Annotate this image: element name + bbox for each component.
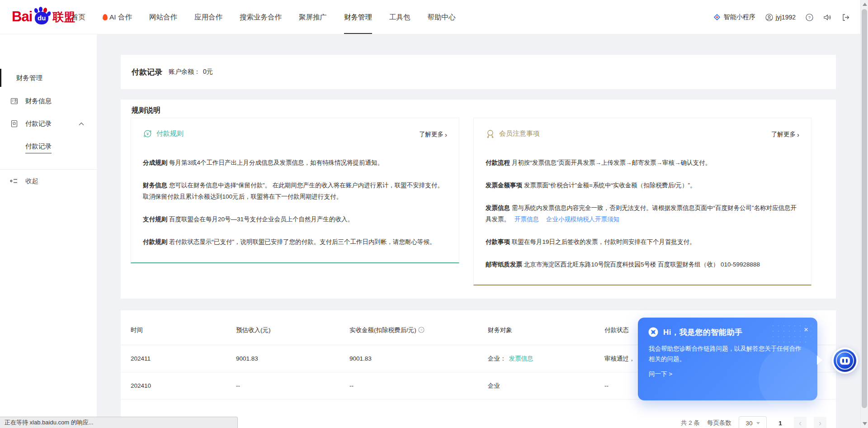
assistant-robot-button[interactable] — [832, 347, 858, 374]
nav-item-财务管理[interactable]: 财务管理 — [344, 0, 372, 34]
logout-button[interactable] — [842, 14, 850, 21]
balance-label: 账户余额： — [169, 68, 200, 76]
pagination: 共 2 条 每页条数 30 1 ‹ › — [681, 415, 826, 428]
prev-page-button[interactable]: ‹ — [794, 417, 807, 428]
nav-item-帮助中心[interactable]: 帮助中心 — [427, 0, 455, 34]
user-icon — [765, 14, 773, 21]
assistant-ask-link[interactable]: 问一下 > — [638, 364, 817, 378]
cell-time: 202410 — [131, 382, 236, 389]
nav-menu: 首页AI 合作网站合作应用合作搜索业务合作聚屏推广财务管理工具包帮助中心 — [71, 0, 455, 34]
sound-button[interactable] — [823, 14, 832, 21]
sidebar-item-label: 财务信息 — [25, 97, 52, 105]
close-icon[interactable]: × — [804, 326, 808, 333]
miniapp-entry[interactable]: 智能小程序 — [713, 13, 755, 21]
page-title: 付款记录 — [132, 67, 162, 77]
nav-item-AI 合作[interactable]: AI 合作 — [103, 0, 132, 34]
cell-entity: 企业 — [488, 382, 604, 390]
rule-item: 财务信息您可以在财务信息中选择“保留付款”。 在此期间您产生的收入将在账户内进行… — [143, 180, 447, 202]
rule-item-lead: 付款流程 — [486, 159, 510, 166]
per-page-label: 每页条数 — [707, 419, 731, 427]
payment-rules-more-link[interactable]: 了解更多 › — [419, 130, 447, 138]
payment-rules-card-header: ¥ 付款规则 — [143, 129, 184, 138]
table-column-header: 财务对象 — [488, 326, 604, 334]
rule-link-开票信息[interactable]: 开票信息 — [514, 216, 539, 223]
sidebar-item-payment-records[interactable]: 付款记录 — [0, 114, 97, 133]
sidebar-group-label: 财务管理 — [16, 74, 42, 82]
cell-time: 202411 — [131, 355, 236, 362]
nav-item-聚屏推广[interactable]: 聚屏推广 — [299, 0, 327, 34]
rule-item: 邮寄纸质发票北京市海淀区西北旺东路10号院百度科技园5号楼 百度联盟财务组（收）… — [486, 259, 799, 270]
column-label: 时间 — [131, 327, 143, 333]
member-notes-body: 付款流程月初按“发票信息”页面开具发票→上传发票→邮寄发票→审核→确认支付。发票… — [486, 157, 799, 270]
rule-item: 分成规则每月第3或4个工作日产出上月分成信息及发票信息，如有特殊情况将提前通知。 — [143, 157, 447, 168]
rule-item-lead: 付款事项 — [486, 238, 510, 245]
sidebar-subitem-label: 付款记录 — [25, 143, 52, 153]
total-count: 共 2 条 — [681, 419, 700, 427]
speaker-icon — [823, 14, 832, 21]
rules-section-title: 规则说明 — [132, 106, 160, 115]
finance-info-icon — [10, 97, 18, 105]
nav-item-label: 网站合作 — [149, 13, 177, 22]
rule-item-lead: 财务信息 — [143, 182, 167, 189]
nav-item-应用合作[interactable]: 应用合作 — [194, 0, 222, 34]
browser-status-bubble: 正在等待 xlab.baidu.com 的响应... — [0, 417, 238, 428]
table-column-header: 实收金额(扣除税费后/元)? — [349, 326, 488, 334]
table-column-header: 预估收入(元) — [236, 326, 349, 334]
more-label: 了解更多 — [419, 130, 443, 138]
nav-item-label: 聚屏推广 — [299, 13, 327, 22]
rule-link-企业小规模纳税人开票须知[interactable]: 企业小规模纳税人开票须知 — [546, 216, 619, 223]
invoice-info-link[interactable]: 发票信息 — [509, 355, 533, 362]
baidu-union-logo[interactable]: Bai du 联盟 — [12, 8, 75, 26]
help-circle-icon[interactable]: ? — [418, 327, 425, 333]
rule-item-lead: 分成规则 — [143, 159, 167, 166]
assistant-header: Hi，我是您的智能助手 × — [638, 318, 817, 338]
rule-item: 付款事项联盟在每月19日之后签收的发票，付款时间安排在下个月首批支付。 — [486, 236, 799, 247]
assistant-popup: Hi，我是您的智能助手 × 我会帮助您诊断合作链路问题，以及解答您关于任何合作相… — [638, 318, 817, 400]
sidebar-collapse-button[interactable]: 收起 — [0, 172, 97, 190]
column-label: 财务对象 — [488, 327, 512, 333]
baidu-paw-icon: du — [33, 8, 51, 26]
vertical-scrollbar[interactable] — [860, 0, 868, 428]
compass-icon — [648, 327, 659, 338]
rule-item: 发票信息需与系统内发票信息内容完全一致，否则无法支付。请根据发票信息页面中“百度… — [486, 202, 799, 225]
next-page-button[interactable]: › — [814, 417, 826, 428]
per-page-select[interactable]: 30 — [739, 416, 767, 428]
scroll-down-arrow-icon[interactable] — [863, 422, 867, 425]
member-notes-card-header: 会员注意事项 — [486, 129, 540, 138]
svg-text:¥: ¥ — [146, 132, 149, 136]
robot-face-icon — [840, 357, 850, 365]
member-notes-more-link[interactable]: 了解更多 › — [771, 130, 799, 138]
help-button[interactable]: ? — [806, 14, 813, 21]
sidebar-item-finance-info[interactable]: 财务信息 — [0, 92, 97, 110]
nav-item-工具包[interactable]: 工具包 — [389, 0, 410, 34]
cell-estimated: 9001.83 — [236, 355, 349, 362]
account-balance: 账户余额： 0元 — [169, 68, 213, 76]
payment-rules-body: 分成规则每月第3或4个工作日产出上月分成信息及发票信息，如有特殊情况将提前通知。… — [143, 157, 447, 247]
nav-item-首页[interactable]: 首页 — [71, 0, 85, 34]
sidebar-subitem-payment-records[interactable]: 付款记录 — [0, 137, 97, 155]
user-menu[interactable]: jyj1992 — [765, 14, 796, 21]
nav-item-label: 应用合作 — [194, 13, 222, 22]
rule-item: 支付规则百度联盟会在每月20号—31号支付企业会员上个自然月产生的收入。 — [143, 214, 447, 225]
svg-text:?: ? — [420, 328, 423, 332]
rule-item: 付款流程月初按“发票信息”页面开具发票→上传发票→邮寄发票→审核→确认支付。 — [486, 157, 799, 168]
chevron-down-icon — [756, 422, 760, 424]
nav-item-label: 首页 — [71, 13, 85, 22]
rule-item-lead: 邮寄纸质发票 — [486, 261, 522, 268]
sidebar-divider — [0, 169, 97, 170]
chevron-right-icon: › — [445, 131, 447, 138]
page-number-1[interactable]: 1 — [774, 417, 787, 428]
payment-records-icon — [10, 120, 18, 128]
nav-item-网站合作[interactable]: 网站合作 — [149, 0, 177, 34]
nav-item-label: 帮助中心 — [427, 13, 455, 22]
sidebar-group-finance-management[interactable]: 财务管理 — [0, 69, 97, 87]
scrollbar-thumb[interactable] — [862, 9, 867, 408]
scroll-up-arrow-icon[interactable] — [863, 3, 867, 6]
payment-rules-title: 付款规则 — [156, 129, 184, 138]
cell-estimated: -- — [236, 382, 349, 389]
nav-item-搜索业务合作[interactable]: 搜索业务合作 — [240, 0, 282, 34]
payment-records-overview-card: 付款记录 账户余额： 0元 — [121, 55, 836, 89]
member-notes-icon — [486, 129, 495, 138]
per-page-value: 30 — [745, 420, 752, 427]
cell-entity: 企业：发票信息 — [488, 355, 604, 363]
